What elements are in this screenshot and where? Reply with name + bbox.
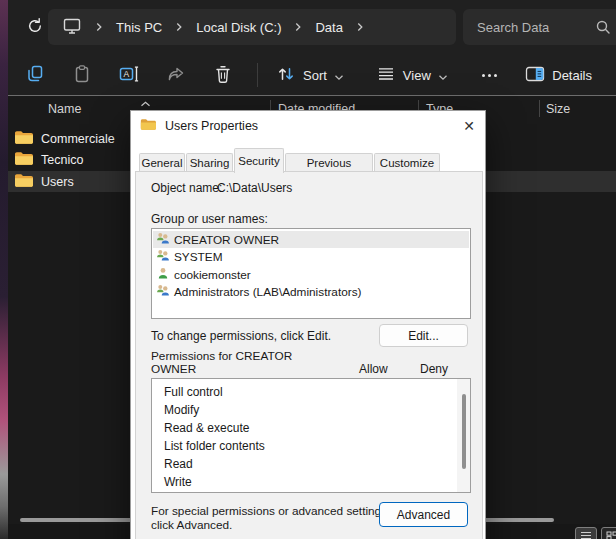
permission-modify[interactable]: Modify — [164, 401, 199, 419]
folder-name: Users — [41, 175, 74, 189]
screenshot-root: This PC Local Disk (C:) Data Search Data — [0, 0, 616, 539]
allow-column-label: Allow — [359, 362, 388, 376]
search-input[interactable]: Search Data — [463, 9, 616, 45]
breadcrumb[interactable]: This PC Local Disk (C:) Data — [48, 9, 456, 45]
column-header-size[interactable]: Size — [546, 102, 570, 116]
group-icon — [156, 249, 170, 265]
chevron-down-icon — [438, 69, 448, 84]
user-item-cookiemonster[interactable]: cookiemonster — [153, 266, 469, 283]
folder-icon — [14, 151, 33, 169]
delete-icon — [214, 64, 232, 87]
refresh-icon — [26, 17, 44, 38]
details-label: Details — [552, 68, 592, 83]
chevron-down-icon — [334, 69, 344, 84]
rename-button[interactable]: A — [108, 59, 150, 91]
advanced-hint-line1: For special permissions or advanced sett… — [151, 505, 390, 519]
advanced-hint-line2: click Advanced. — [151, 519, 232, 533]
view-button[interactable]: View — [366, 59, 458, 91]
tab-customize[interactable]: Customize — [374, 153, 440, 172]
sort-label: Sort — [303, 68, 327, 83]
tab-sharing[interactable]: Sharing — [186, 153, 233, 172]
tab-previous-versions[interactable]: Previous Versions — [285, 153, 373, 172]
folder-icon — [140, 118, 156, 134]
tab-security[interactable]: Security — [234, 148, 284, 173]
folder-name: Tecnico — [41, 153, 83, 167]
sort-button[interactable]: Sort — [266, 59, 354, 91]
svg-text:A: A — [124, 69, 130, 79]
edit-hint-text: To change permissions, click Edit. — [151, 329, 331, 343]
chevron-right-icon — [95, 20, 103, 35]
share-icon — [166, 64, 186, 87]
sort-ascending-caret-icon — [140, 96, 151, 110]
copy-icon — [25, 64, 45, 87]
search-placeholder: Search Data — [477, 20, 549, 35]
advanced-button[interactable]: Advanced — [379, 502, 468, 527]
object-name-label: Object name: — [151, 181, 222, 195]
view-label: View — [403, 68, 431, 83]
large-icons-view-toggle-button[interactable] — [601, 527, 616, 539]
user-icon — [156, 267, 170, 283]
permission-write[interactable]: Write — [164, 473, 192, 491]
address-bar: This PC Local Disk (C:) Data Search Data — [8, 0, 616, 55]
group-list-label: Group or user names: — [151, 212, 268, 226]
permissions-for-label-line2: OWNER — [151, 363, 196, 377]
permissions-scrollbar-thumb[interactable] — [462, 394, 466, 469]
toolbar-separator — [257, 63, 258, 87]
large-icons-view-icon — [606, 528, 616, 539]
permission-read-execute[interactable]: Read & execute — [164, 419, 249, 437]
folder-icon — [14, 173, 33, 191]
more-options-button[interactable] — [470, 59, 510, 91]
paste-button[interactable] — [61, 59, 103, 91]
rename-icon: A — [118, 64, 140, 87]
chevron-right-icon — [356, 20, 364, 35]
user-item-label: cookiemonster — [174, 268, 251, 282]
chevron-right-icon — [294, 20, 302, 35]
folder-name: Commerciale — [41, 132, 115, 146]
permission-read[interactable]: Read — [164, 455, 193, 473]
dialog-title-bar: Users Properties — [131, 111, 485, 141]
desktop-wallpaper-strip — [0, 0, 8, 539]
group-icon — [156, 232, 170, 248]
close-icon[interactable]: ✕ — [458, 116, 480, 136]
more-options-icon — [482, 74, 485, 77]
group-user-listbox[interactable]: CREATOR OWNER SYSTEM cookiemonster Admin… — [151, 228, 471, 319]
column-separator[interactable] — [539, 100, 540, 117]
group-item-administrators[interactable]: Administrators (LAB\Administrators) — [153, 284, 469, 301]
command-toolbar: A Sort View — [8, 55, 616, 95]
folder-icon — [14, 130, 33, 148]
users-properties-dialog: Users Properties ✕ General Sharing Secur… — [130, 110, 486, 539]
group-item-system[interactable]: SYSTEM — [153, 249, 469, 266]
deny-column-label: Deny — [420, 362, 448, 376]
refresh-button[interactable] — [21, 13, 49, 41]
view-icon — [376, 66, 396, 85]
group-item-label: CREATOR OWNER — [174, 233, 279, 247]
permission-special-permissions[interactable]: Special permissions — [164, 491, 271, 493]
object-name-value: C:\Data\Users — [217, 181, 292, 195]
paste-icon — [72, 64, 92, 87]
dialog-title: Users Properties — [165, 119, 258, 133]
share-button[interactable] — [155, 59, 197, 91]
this-pc-monitor-icon — [62, 17, 82, 38]
permission-list-folder-contents[interactable]: List folder contents — [164, 437, 265, 455]
details-view-toggle-button[interactable] — [575, 527, 597, 539]
chevron-right-icon — [175, 20, 183, 35]
details-view-icon — [580, 528, 592, 539]
sort-icon — [276, 65, 296, 86]
permission-full-control[interactable]: Full control — [164, 383, 223, 401]
breadcrumb-item-this-pc[interactable]: This PC — [116, 20, 162, 35]
details-pane-icon — [525, 66, 545, 85]
tab-general[interactable]: General — [139, 153, 185, 172]
column-header-name[interactable]: Name — [48, 102, 81, 116]
search-icon — [595, 19, 611, 38]
delete-button[interactable] — [202, 59, 244, 91]
permissions-listbox[interactable]: Full control Modify Read & execute List … — [151, 378, 471, 493]
permissions-scrollbar[interactable] — [457, 379, 470, 492]
edit-button[interactable]: Edit... — [379, 324, 468, 347]
breadcrumb-item-data[interactable]: Data — [315, 20, 342, 35]
group-item-label: Administrators (LAB\Administrators) — [174, 285, 362, 299]
details-pane-button[interactable]: Details — [515, 59, 602, 91]
group-icon — [156, 284, 170, 300]
group-item-creator-owner[interactable]: CREATOR OWNER — [153, 231, 469, 248]
breadcrumb-item-local-disk-c[interactable]: Local Disk (C:) — [196, 20, 281, 35]
copy-button[interactable] — [14, 59, 56, 91]
